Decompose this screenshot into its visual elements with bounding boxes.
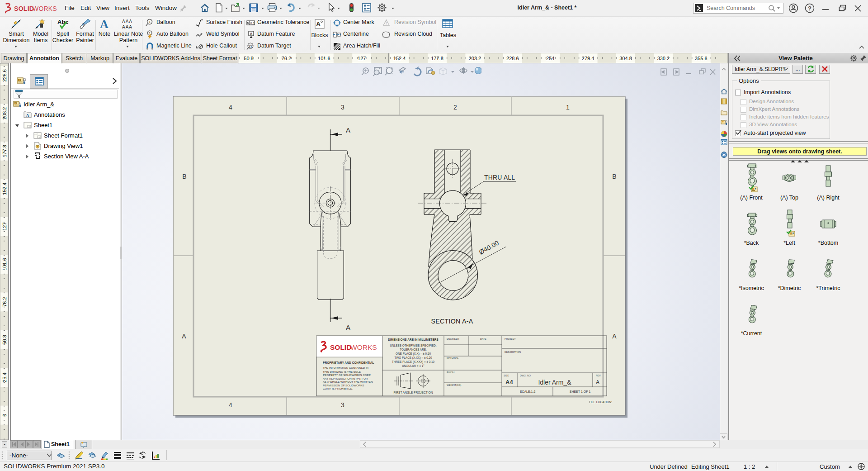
- svg-text:A: A: [316, 20, 321, 28]
- svg-text:SOLID: SOLID: [330, 343, 351, 351]
- svg-text:A: A: [81, 23, 85, 27]
- svg-text:A: A: [26, 113, 29, 118]
- svg-text:SIZE: SIZE: [504, 374, 509, 377]
- svg-text:ENGINEER: ENGINEER: [447, 338, 459, 340]
- svg-text:DATE: DATE: [480, 338, 486, 340]
- svg-text:PROJECT: PROJECT: [505, 338, 516, 340]
- svg-text:A: A: [100, 18, 108, 30]
- svg-text:*Current: *Current: [741, 330, 762, 337]
- svg-text:(A) Right: (A) Right: [817, 195, 840, 201]
- svg-text:*Back: *Back: [744, 240, 759, 246]
- svg-text:Abc: Abc: [57, 19, 69, 25]
- svg-text:AAA: AAA: [122, 19, 132, 24]
- svg-text:B: B: [182, 173, 186, 180]
- svg-text:A4: A4: [505, 379, 513, 385]
- svg-text:2: 2: [453, 104, 457, 111]
- svg-text:*Isometric: *Isometric: [739, 285, 764, 291]
- svg-text:A: A: [346, 126, 350, 134]
- svg-text:PROPERTY OF SOLIDWORKS CORP.: PROPERTY OF SOLIDWORKS CORP.: [323, 373, 371, 376]
- svg-text:B: B: [612, 173, 616, 180]
- svg-text:FINISH: FINISH: [447, 371, 455, 374]
- svg-text:FILE LOCATION:: FILE LOCATION:: [589, 400, 612, 404]
- svg-text:UNLESS OTHERWISE SPECIFIED,: UNLESS OTHERWISE SPECIFIED,: [390, 344, 436, 347]
- svg-text:(A) Front: (A) Front: [740, 195, 763, 201]
- svg-text:SOLID: SOLID: [14, 5, 34, 12]
- svg-text:A: A: [612, 333, 617, 340]
- svg-text:ANGULAR = ± 1°: ANGULAR = ± 1°: [402, 364, 425, 367]
- svg-text:*Trimetric: *Trimetric: [816, 285, 840, 291]
- svg-text:SECTION A-A: SECTION A-A: [431, 318, 473, 325]
- svg-text:DIMENSIONS ARE IN MILLIMETERS: DIMENSIONS ARE IN MILLIMETERS: [388, 338, 439, 341]
- svg-text:ANY REPRODUCTION IN PART OR: ANY REPRODUCTION IN PART OR: [323, 377, 368, 380]
- svg-text:WEIGHT(KG): WEIGHT(KG): [447, 384, 462, 386]
- svg-text:WORKS: WORKS: [350, 343, 377, 351]
- svg-text:A: A: [250, 32, 253, 36]
- svg-text:DESCRIPTION: DESCRIPTION: [505, 351, 521, 353]
- svg-text:PERMISSION OF SOLIDWORKS: PERMISSION OF SOLIDWORKS: [323, 384, 364, 387]
- svg-text:THIS DRAWING IS THE SOLE: THIS DRAWING IS THE SOLE: [323, 370, 361, 373]
- svg-text:A: A: [182, 333, 186, 340]
- svg-text:SCALE:1:2: SCALE:1:2: [520, 390, 536, 393]
- svg-text:?: ?: [808, 5, 811, 12]
- svg-text:4: 4: [229, 104, 232, 111]
- svg-text:SHEET 1 OF 1: SHEET 1 OF 1: [570, 390, 591, 393]
- svg-text:3: 3: [341, 104, 344, 111]
- svg-text:THRU ALL: THRU ALL: [484, 174, 515, 181]
- svg-text:A: A: [596, 379, 599, 385]
- svg-text:AS A WHOLE WITHOUT THE WRITTEN: AS A WHOLE WITHOUT THE WRITTEN: [323, 380, 373, 383]
- svg-text:TWO PLACE (X.XX) = ± 0.20: TWO PLACE (X.XX) = ± 0.20: [394, 356, 432, 360]
- svg-text:(A) Top: (A) Top: [780, 195, 798, 201]
- svg-text:3: 3: [341, 401, 344, 409]
- svg-text:THE INFORMATION CONTAINED IN: THE INFORMATION CONTAINED IN: [323, 366, 368, 369]
- svg-text:*Left: *Left: [783, 240, 795, 246]
- svg-text:*Bottom: *Bottom: [818, 240, 838, 246]
- svg-text:MATERIAL: MATERIAL: [447, 357, 458, 359]
- svg-text:FIRST ANGLE PROJECTION: FIRST ANGLE PROJECTION: [393, 391, 433, 394]
- svg-text:A1: A1: [249, 46, 252, 49]
- svg-text:TOLERANCES ARE:: TOLERANCES ARE:: [400, 348, 427, 351]
- svg-text:*Dimetric: *Dimetric: [778, 285, 801, 291]
- svg-text:AAA: AAA: [122, 24, 132, 29]
- svg-text:A: A: [346, 324, 350, 331]
- svg-text:4: 4: [229, 401, 232, 409]
- svg-text:0.1: 0.1: [250, 22, 255, 25]
- svg-text:THREE PLACE (X.XXX) = ± 0.10: THREE PLACE (X.XXX) = ± 0.10: [392, 360, 435, 364]
- svg-text:ONE PLACE (X.X) = ± 0.50: ONE PLACE (X.X) = ± 0.50: [396, 352, 431, 356]
- svg-text:WORKS: WORKS: [33, 5, 57, 12]
- svg-text:1: 1: [149, 20, 151, 24]
- svg-text:PROPRIETARY AND CONFIDENTIAL: PROPRIETARY AND CONFIDENTIAL: [323, 361, 374, 364]
- svg-text:Idler Arm_&: Idler Arm_&: [538, 379, 571, 386]
- svg-text:1: 1: [566, 104, 570, 111]
- svg-text:REV.: REV.: [596, 374, 601, 377]
- svg-text:254: 254: [546, 56, 554, 61]
- svg-text:1: 1: [385, 21, 387, 25]
- svg-text:DWG. NO.: DWG. NO.: [520, 374, 531, 377]
- svg-text:CORP. IS PROHIBITED.: CORP. IS PROHIBITED.: [323, 387, 353, 390]
